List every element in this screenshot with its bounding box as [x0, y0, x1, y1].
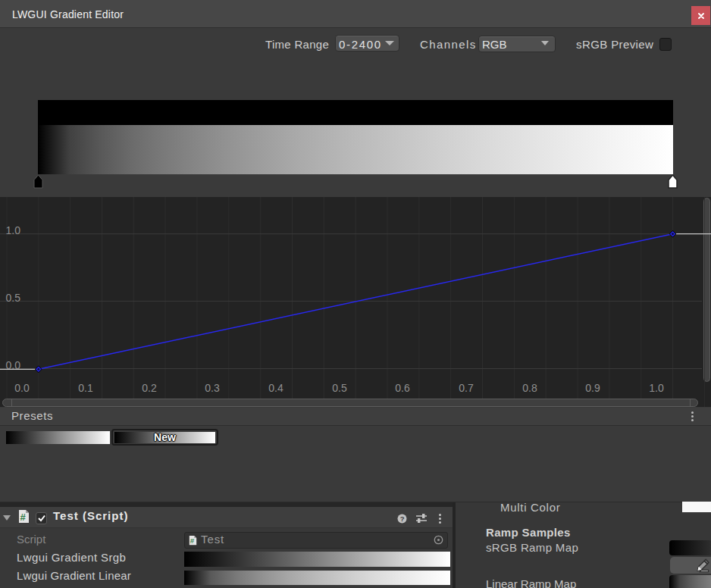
svg-text:?: ? — [400, 514, 405, 523]
svg-text:#: # — [20, 511, 26, 523]
svg-text:#: # — [190, 536, 195, 545]
